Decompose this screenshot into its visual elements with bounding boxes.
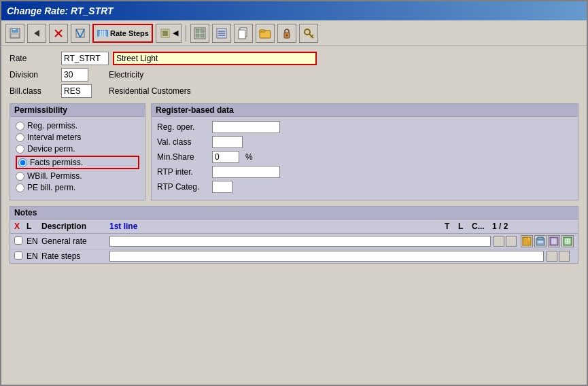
toolbar-cancel-button[interactable] [49,24,68,43]
facts-permiss-label: Facts permiss. [30,158,83,167]
rtp-inter-label: RTP inter. [157,167,208,177]
facts-permiss-radio[interactable] [18,158,27,167]
copy-icon [237,27,249,39]
billclass-label: Bill.class [10,86,57,96]
panels-row: Permissibility Reg. permiss. Interval me… [10,103,578,200]
rate-value-input[interactable] [61,52,109,65]
interval-meters-radio[interactable] [16,133,24,142]
rate-steps-label: Rate Steps [110,29,149,37]
toolbar-prev-button[interactable] [71,24,90,43]
reg-permiss-row: Reg. permiss. [16,121,139,130]
division-value [61,68,102,82]
rate-value [61,52,109,65]
interval-meters-row: Interval meters [16,133,139,142]
toolbar-separator-1 [186,25,186,41]
notes-col-c-header: C... [472,222,492,231]
min-share-suffix: % [245,152,253,162]
wbill-permiss-radio[interactable] [16,172,24,181]
notes-header: X L Description 1st line T L C... 1 / 2 [10,220,578,234]
folder-icon [259,27,271,39]
svg-rect-1 [12,29,18,33]
window-title: Change Rate: RT_STRT [7,5,114,16]
pe-bill-perm-radio[interactable] [16,183,24,192]
toolbar-icon6-button[interactable] [299,24,318,43]
svg-marker-4 [34,30,39,37]
wbill-permiss-row: WBill. Permiss. [16,171,139,181]
notes-row1-1stline-input[interactable] [109,236,491,247]
grid-icon [194,27,206,39]
reg-oper-input[interactable] [212,121,280,133]
wbill-permiss-label: WBill. Permiss. [27,171,82,181]
cancel-icon [52,27,65,39]
save-icon [9,27,21,39]
val-class-input[interactable] [212,136,243,148]
notes-row2-t-box [547,251,557,262]
svg-rect-24 [201,29,204,33]
min-share-row: Min.Share % [157,151,572,163]
svg-line-39 [312,35,313,36]
notes-row1-t-box [494,236,504,247]
pe-bill-perm-label: PE bill. perm. [27,183,75,192]
min-share-label: Min.Share [157,152,208,162]
billclass-value [61,84,102,98]
svg-rect-3 [11,34,19,37]
rtp-inter-input[interactable] [212,166,280,178]
device-permiss-radio[interactable] [16,145,24,154]
division-input[interactable] [61,68,88,82]
toolbar-icon1-button[interactable] [190,24,209,43]
svg-rect-42 [523,238,528,240]
reg-permiss-radio[interactable] [16,122,24,130]
prev-icon [74,27,86,39]
notes-row1-checkbox[interactable] [14,236,22,245]
notes-row1-desc: General rate [41,236,109,246]
rate-description-input[interactable] [113,52,317,65]
notes-col-l2-header: L [458,222,472,231]
main-window: Change Rate: RT_STRT [0,0,588,386]
division-text: Electricity [109,70,143,80]
notes-icon3-button[interactable] [548,235,560,247]
svg-rect-17 [161,29,169,37]
division-label: Division [10,70,57,80]
permissibility-content: Reg. permiss. Interval meters Device per… [10,117,145,198]
rtp-categ-input[interactable] [212,181,232,193]
facts-label: ◀ [173,29,178,37]
svg-rect-7 [76,29,84,37]
notes-row-2: EN Rate steps [10,249,578,263]
svg-rect-26 [201,34,204,37]
notes-row2-checkbox[interactable] [14,251,22,260]
toolbar-icon4-button[interactable] [256,24,275,43]
svg-rect-34 [260,30,265,32]
facts-button[interactable]: ◀ [156,24,181,43]
val-class-row: Val. class [157,136,572,148]
notes-col-1stline-header: 1st line [109,222,445,231]
rtp-categ-label: RTP Categ. [157,182,208,192]
title-bar: Change Rate: RT_STRT [1,1,587,20]
rate-steps-button[interactable]: Rate Steps [92,24,153,43]
billclass-input[interactable] [61,84,92,98]
notes-icon4-button[interactable] [561,235,574,247]
notes-row2-1stline-input[interactable] [109,251,544,262]
notes-icon1-button[interactable] [521,235,533,247]
toolbar-back-button[interactable] [27,24,46,43]
notes-section: Notes X L Description 1st line T L C... … [10,206,578,264]
svg-rect-32 [239,30,245,39]
notes-col-desc-header: Description [41,222,109,231]
notes-col-page-header: 1 / 2 [492,222,519,231]
notes-row-1: EN General rate [10,234,578,249]
toolbar-save-button[interactable] [5,24,24,43]
toolbar-icon2-button[interactable] [212,24,231,43]
notes-row2-lang: EN [27,251,41,261]
notes-row1-check [14,236,27,247]
svg-rect-23 [196,29,199,33]
notes-row1-icons [521,235,574,247]
min-share-input[interactable] [212,151,239,163]
device-permiss-row: Device perm. [16,144,139,154]
svg-rect-47 [538,237,543,240]
notes-icon2-button[interactable] [534,235,547,247]
lock-icon [281,27,293,39]
toolbar-icon3-button[interactable] [234,24,253,43]
notes-col-l-header: L [27,222,41,231]
notes-row2-desc: Rate steps [41,251,109,261]
main-content: Rate Division Electricity Bill.class Res… [1,46,587,385]
toolbar-icon5-button[interactable] [277,24,296,43]
